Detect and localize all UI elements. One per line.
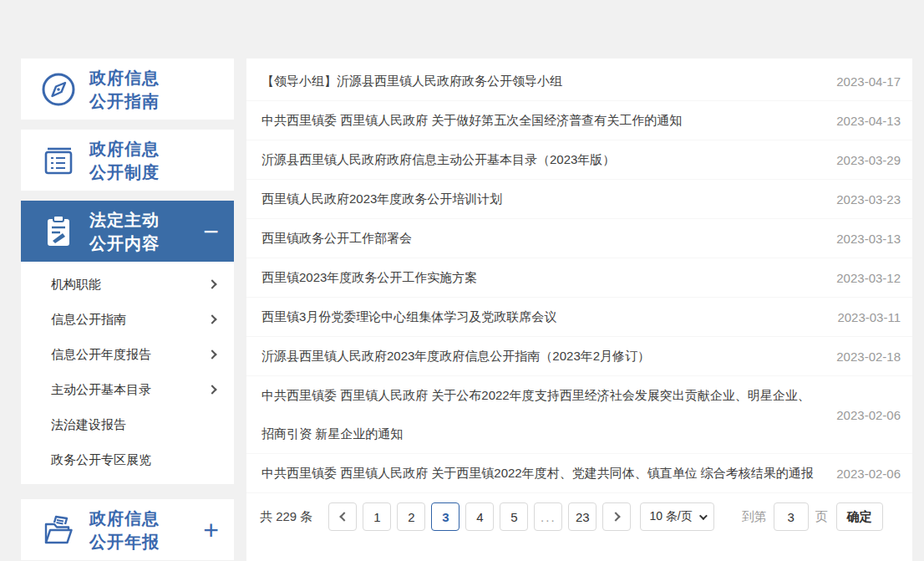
sidebar-item-label: 政府信息 [89, 509, 160, 528]
chevron-right-icon [207, 349, 216, 359]
page-number-button[interactable]: ... [534, 502, 562, 531]
article-row[interactable]: 中共西里镇委 西里镇人民政府 关于公布2022年度支持西里经济社会发展突出贡献企… [246, 376, 912, 454]
article-date: 2023-03-11 [837, 311, 901, 324]
article-title: 中共西里镇委 西里镇人民政府 关于西里镇2022年度村、党建共同体、镇直单位 综… [261, 466, 814, 480]
sidebar-item-statutory-disclosure[interactable]: 法定主动 公开内容 − [21, 201, 234, 262]
article-date: 2023-03-13 [836, 232, 901, 245]
page-number-label: 4 [476, 510, 483, 524]
article-row[interactable]: 西里镇人民政府2023年度政务公开培训计划 2023-03-23 [246, 180, 912, 219]
page-size-select[interactable]: 10 条/页 [640, 502, 713, 531]
submenu-item-label: 主动公开基本目录 [51, 382, 209, 398]
article-title: 沂源县西里镇人民政府2023年度政府信息公开指南（2023年2月修订） [261, 349, 650, 363]
article-title: 中共西里镇委 西里镇人民政府 关于公布2022年度支持西里经济社会发展突出贡献企… [261, 388, 810, 441]
article-list-panel: 【领导小组】沂源县西里镇人民政府政务公开领导小组 2023-04-17 中共西里… [246, 59, 912, 561]
page-number-label: ... [541, 510, 556, 524]
article-row[interactable]: 西里镇3月份党委理论中心组集体学习及党政联席会议 2023-03-11 [246, 298, 912, 337]
sidebar-item-label: 公开内容 [89, 234, 160, 252]
total-count-label: 共 229 条 [260, 509, 312, 525]
pagination: 共 229 条 1 2 3 4 5 ... 23 10 条/页 到第 页 确定 [246, 502, 912, 532]
article-title: 西里镇2023年度政务公开工作实施方案 [261, 270, 477, 284]
sidebar: 政府信息 公开指南 政府信息 公开制度 法定主动 [21, 59, 234, 560]
article-date: 2023-04-17 [836, 75, 901, 88]
page-number-button[interactable]: 23 [568, 502, 597, 531]
article-title: 西里镇3月份党委理论中心组集体学习及党政联席会议 [261, 309, 556, 324]
sidebar-submenu-item[interactable]: 信息公开年度报告 [21, 337, 234, 372]
submenu-item-label: 政务公开专区展览 [51, 452, 216, 468]
chevron-right-icon [207, 314, 216, 324]
article-row[interactable]: 西里镇2023年度政务公开工作实施方案 2023-03-12 [246, 258, 912, 298]
chevron-right-icon [611, 512, 620, 521]
page-number-label: 23 [576, 510, 590, 524]
article-date: 2023-03-29 [836, 154, 901, 166]
page-number-button[interactable]: 4 [465, 502, 494, 531]
page-number-button[interactable]: 2 [397, 502, 425, 531]
article-date: 2023-03-23 [836, 193, 901, 206]
article-row[interactable]: 中共西里镇委 西里镇人民政府 关于做好第五次全国经济普查有关工作的通知 2023… [246, 101, 912, 140]
folder-icon [39, 511, 78, 549]
article-date: 2023-04-13 [836, 115, 901, 127]
collapse-icon[interactable]: − [203, 219, 219, 244]
sidebar-submenu-item[interactable]: 机构职能 [21, 267, 234, 302]
article-date: 2023-02-06 [836, 409, 901, 421]
article-date: 2023-03-12 [836, 272, 901, 284]
confirm-button[interactable]: 确定 [836, 502, 883, 531]
page-number-label: 3 [442, 510, 449, 524]
chevron-left-icon [339, 512, 348, 521]
sidebar-item-label: 政府信息 [89, 69, 160, 87]
page-number-button[interactable]: 3 [431, 502, 459, 531]
sidebar-item-label: 政府信息 [89, 140, 160, 158]
submenu-item-label: 法治建设报告 [51, 417, 216, 433]
page-number-label: 2 [408, 510, 414, 524]
article-row[interactable]: 西里镇政务公开工作部署会 2023-03-13 [246, 219, 912, 258]
sidebar-item-gov-info-guide[interactable]: 政府信息 公开指南 [21, 59, 234, 120]
sidebar-item-label: 公开指南 [89, 92, 160, 110]
article-row[interactable]: 中共西里镇委 西里镇人民政府 关于西里镇2022年度村、党建共同体、镇直单位 综… [246, 454, 912, 493]
goto-suffix-label: 页 [815, 509, 828, 525]
goto-page-group: 到第 页 确定 [742, 502, 883, 531]
expand-icon[interactable]: + [203, 518, 219, 543]
sidebar-item-label: 公开制度 [89, 163, 160, 181]
page-number-label: 5 [510, 510, 517, 524]
prev-page-button[interactable] [328, 502, 357, 531]
page-number-button[interactable]: 5 [500, 502, 528, 531]
article-list: 【领导小组】沂源县西里镇人民政府政务公开领导小组 2023-04-17 中共西里… [246, 62, 912, 493]
sidebar-submenu-item[interactable]: 主动公开基本目录 [21, 372, 234, 407]
sidebar-item-annual-report[interactable]: 政府信息 公开年报 + [21, 499, 234, 560]
page-size-label: 10 条/页 [649, 509, 692, 524]
submenu-item-label: 机构职能 [51, 277, 209, 293]
article-title: 西里镇人民政府2023年度政务公开培训计划 [261, 191, 502, 206]
chevron-right-icon [207, 385, 216, 394]
article-row[interactable]: 沂源县西里镇人民政府政府信息主动公开基本目录（2023年版） 2023-03-2… [246, 140, 912, 180]
article-title: 西里镇政务公开工作部署会 [261, 231, 412, 245]
next-page-button[interactable] [602, 502, 631, 531]
page-number-label: 1 [373, 510, 380, 524]
chevron-right-icon [207, 279, 216, 288]
article-date: 2023-02-18 [836, 350, 901, 363]
submenu-item-label: 信息公开年度报告 [51, 347, 209, 363]
sidebar-submenu-item[interactable]: 政务公开专区展览 [21, 442, 234, 477]
chevron-down-icon [699, 512, 708, 520]
article-date: 2023-02-06 [836, 467, 901, 480]
sidebar-item-label: 法定主动 [89, 211, 160, 229]
article-title: 沂源县西里镇人民政府政府信息主动公开基本目录（2023年版） [261, 152, 615, 166]
ledger-icon [39, 141, 78, 180]
sidebar-submenu-item[interactable]: 信息公开指南 [21, 302, 234, 337]
goto-page-input[interactable] [774, 502, 809, 531]
submenu-item-label: 信息公开指南 [51, 312, 209, 328]
article-row[interactable]: 沂源县西里镇人民政府2023年度政府信息公开指南（2023年2月修订） 2023… [246, 337, 912, 376]
sidebar-submenu: 机构职能 信息公开指南 信息公开年度报告 主动公开基本目录 法治建设报告 政务公… [21, 262, 234, 484]
article-title: 中共西里镇委 西里镇人民政府 关于做好第五次全国经济普查有关工作的通知 [261, 113, 682, 127]
goto-prefix-label: 到第 [742, 509, 767, 525]
article-row[interactable]: 【领导小组】沂源县西里镇人民政府政务公开领导小组 2023-04-17 [246, 62, 912, 101]
sidebar-item-gov-info-system[interactable]: 政府信息 公开制度 [21, 130, 234, 191]
sidebar-submenu-item[interactable]: 法治建设报告 [21, 407, 234, 442]
page-number-list: 1 2 3 4 5 ... 23 [363, 502, 597, 531]
article-title: 【领导小组】沂源县西里镇人民政府政务公开领导小组 [261, 74, 562, 88]
clipboard-pencil-icon [39, 212, 78, 251]
compass-icon [39, 70, 78, 109]
sidebar-item-label: 公开年报 [89, 533, 160, 551]
page-number-button[interactable]: 1 [363, 502, 391, 531]
